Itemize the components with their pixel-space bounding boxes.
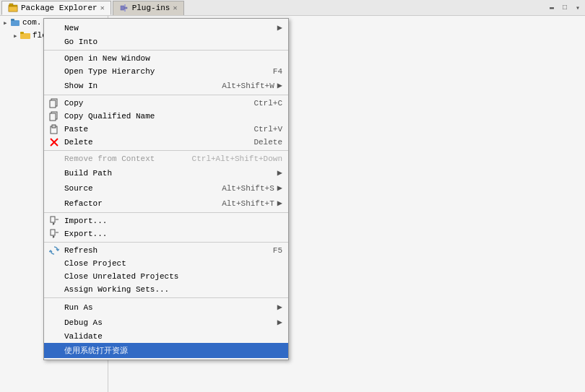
menu-item-source-label: Source [64,184,93,193]
menu-item-close-unrelated-label: Close Unrelated Projects [64,272,178,281]
menu-item-debug-as[interactable]: Debug As ▶ [44,315,288,330]
menu-item-new[interactable]: New ▶ [44,20,288,35]
menu-item-open-system[interactable]: 使用系统打开资源 [44,343,288,358]
menu-item-export[interactable]: Export... [44,227,288,240]
menu-item-close-project[interactable]: Close Project [44,257,288,270]
menu-item-go-into[interactable]: Go Into [44,35,288,48]
menu-item-open-new-window-label: Open in New Window [64,54,150,63]
tab-package-explorer-close[interactable]: ✕ [100,4,105,12]
svg-rect-10 [20,32,24,34]
menu-item-debug-as-label: Debug As [64,318,103,327]
package-folder-icon [10,17,20,27]
menu-item-paste-label: Paste [64,125,88,134]
show-in-submenu-arrow: ▶ [277,80,282,91]
plugin-icon [119,3,129,13]
svg-rect-12 [50,100,56,108]
menu-item-remove-context[interactable]: Remove from Context Ctrl+Alt+Shift+Down [44,152,288,165]
svg-rect-5 [124,4,126,6]
menu-item-copy-shortcut: Ctrl+C [239,99,282,108]
svg-rect-19 [51,217,55,222]
menu-item-validate[interactable]: Validate [44,330,288,343]
menu-item-delete-shortcut: Delete [239,138,282,147]
menu-item-import-label: Import... [64,217,107,225]
menu-item-build-path[interactable]: Build Path ▶ [44,165,288,180]
tab-package-explorer-label: Package Explorer [21,4,98,12]
main-area: ▸ com... ▸ flow [0,16,585,392]
menu-item-source-shortcut: Alt+Shift+S [207,184,274,193]
copy-icon [48,97,60,109]
menu-item-open-type-hierarchy[interactable]: Open Type Hierarchy F4 [44,65,288,78]
menu-item-refactor[interactable]: Refactor Alt+Shift+T ▶ [44,196,288,211]
menu-item-open-new-window[interactable]: Open in New Window [44,52,288,65]
delete-icon [48,136,60,148]
menu-item-close-unrelated[interactable]: Close Unrelated Projects [44,270,288,283]
paste-icon [48,123,60,135]
menu-item-refactor-shortcut: Alt+Shift+T [207,199,274,208]
svg-rect-14 [50,113,56,121]
menu-item-build-path-label: Build Path [64,169,112,178]
menu-item-copy-qualified[interactable]: Copy Qualified Name [44,110,288,123]
menu-item-show-in-label: Show In [64,82,98,90]
menu-item-copy[interactable]: Copy Ctrl+C [44,97,288,110]
menu-item-copy-qualified-label: Copy Qualified Name [64,112,155,121]
svg-rect-21 [51,230,55,235]
menu-item-run-as[interactable]: Run As ▶ [44,300,288,315]
menu-item-source[interactable]: Source Alt+Shift+S ▶ [44,180,288,196]
tab-package-explorer[interactable]: Package Explorer ✕ [1,1,111,15]
separator-3 [44,150,288,151]
menu-item-remove-context-shortcut: Ctrl+Alt+Shift+Down [178,154,282,163]
separator-4 [44,212,288,213]
menu-item-import[interactable]: Import... [44,214,288,227]
import-icon [48,215,60,227]
dropdown-btn[interactable]: ▾ [572,2,584,14]
svg-rect-6 [124,9,126,12]
menu-item-paste[interactable]: Paste Ctrl+V [44,123,288,136]
svg-rect-16 [52,125,56,128]
refresh-icon [48,245,60,256]
new-submenu-arrow: ▶ [277,22,282,33]
menu-item-delete[interactable]: Delete Delete [44,136,288,149]
tab-plugins-close[interactable]: ✕ [173,4,177,12]
menu-item-open-type-hierarchy-label: Open Type Hierarchy [64,67,155,76]
tab-bar-actions: ▬ □ ▾ [546,2,584,14]
menu-item-show-in-shortcut: Alt+Shift+W [207,82,274,90]
menu-item-refactor-label: Refactor [64,199,103,208]
menu-item-assign-working-label: Assign Working Sets... [64,285,169,294]
context-menu: New ▶ Go Into Open in New Window Open Ty… [43,18,289,360]
maximize-btn[interactable]: □ [559,2,571,14]
menu-item-run-as-label: Run As [64,303,93,312]
menu-item-new-label: New [64,24,79,32]
menu-item-go-into-label: Go Into [64,38,98,46]
menu-item-export-label: Export... [64,230,107,238]
minimize-btn[interactable]: ▬ [546,2,558,14]
separator-1 [44,50,288,51]
menu-item-refresh-shortcut: F5 [259,246,282,255]
build-path-submenu-arrow: ▶ [277,167,282,178]
menu-item-show-in[interactable]: Show In Alt+Shift+W ▶ [44,78,288,93]
copy-qualified-icon [48,110,60,122]
menu-item-open-type-hierarchy-shortcut: F4 [259,67,282,76]
svg-rect-9 [20,33,30,39]
menu-item-refresh[interactable]: Refresh F5 [44,244,288,257]
source-submenu-arrow: ▶ [277,183,282,193]
menu-item-delete-label: Delete [64,138,93,147]
menu-item-assign-working[interactable]: Assign Working Sets... [44,283,288,296]
package-explorer-icon [8,3,18,13]
refactor-submenu-arrow: ▶ [277,198,282,209]
debug-as-submenu-arrow: ▶ [277,317,282,328]
tab-plugins-label: Plug-ins [132,4,170,12]
menu-item-paste-shortcut: Ctrl+V [239,125,282,134]
svg-rect-1 [9,6,17,12]
tab-bar: Package Explorer ✕ Plug-ins ✕ ▬ □ ▾ [0,0,585,16]
svg-rect-4 [124,7,127,9]
svg-rect-7 [11,20,20,26]
menu-item-open-system-label: 使用系统打开资源 [64,345,128,356]
separator-2 [44,95,288,95]
menu-item-refresh-label: Refresh [64,246,98,255]
menu-item-remove-context-label: Remove from Context [64,154,155,163]
tree-arrow-com: ▸ [3,18,10,27]
tab-plugins[interactable]: Plug-ins ✕ [113,1,184,15]
separator-5 [44,242,288,243]
menu-item-close-project-label: Close Project [64,259,126,268]
export-icon [48,228,60,240]
